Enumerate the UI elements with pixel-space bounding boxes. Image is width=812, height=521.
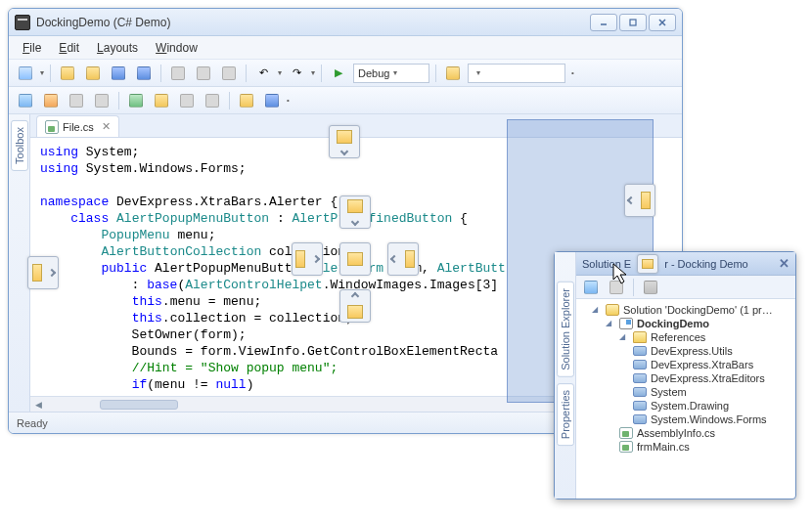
tree-label: DevExpress.XtraEditors	[651, 372, 765, 384]
tree-label: Solution 'DockingDemo' (1 pr…	[623, 304, 773, 316]
tool-btn-4[interactable]	[91, 90, 113, 111]
tree-label: References	[651, 331, 705, 343]
redo-button[interactable]: ↷	[286, 63, 307, 84]
dock-guide-in-title[interactable]	[637, 254, 658, 274]
cut-button[interactable]	[167, 63, 189, 84]
new-project-button[interactable]	[15, 63, 36, 84]
menu-layouts[interactable]: Layouts	[89, 38, 146, 58]
solution-icon	[606, 304, 619, 316]
float-tool-3[interactable]	[640, 277, 661, 298]
tree-label: System.Drawing	[651, 400, 729, 412]
toolbar-separator	[229, 92, 230, 109]
tool-btn-8[interactable]	[202, 90, 223, 111]
reference-icon	[633, 401, 647, 411]
save-button[interactable]	[108, 63, 129, 84]
float-title-left: Solution E	[582, 258, 631, 270]
toolbar-separator	[118, 92, 119, 109]
csharp-file-icon	[619, 427, 633, 439]
file-tab[interactable]: File.cs ✕	[36, 115, 119, 137]
tree-node-reference[interactable]: DevExpress.Utils	[633, 344, 793, 358]
tree-node-reference[interactable]: System	[633, 385, 793, 399]
tree-label: System.Windows.Forms	[651, 413, 767, 425]
reference-icon	[633, 373, 647, 383]
tool-btn-6[interactable]	[151, 90, 172, 111]
app-icon	[15, 15, 30, 30]
dock-guide-top[interactable]	[329, 125, 360, 158]
config-dropdown[interactable]: Debug▾	[353, 64, 429, 83]
tree-node-reference[interactable]: System.Windows.Forms	[633, 412, 793, 426]
menu-window[interactable]: Window	[148, 38, 205, 58]
reference-icon	[633, 346, 647, 356]
tree-node-file[interactable]: AssemblyInfo.cs	[619, 426, 793, 440]
float-title-right: r - Docking Demo	[664, 258, 748, 270]
float-tool-1[interactable]	[580, 277, 602, 298]
toolbar-separator	[246, 65, 247, 82]
add-item-button[interactable]	[57, 63, 78, 84]
open-button[interactable]	[82, 63, 104, 84]
menu-edit[interactable]: Edit	[51, 38, 87, 58]
tree-node-references[interactable]: References	[619, 330, 793, 344]
menubar: File Edit Layouts Window	[9, 36, 682, 60]
toolbar-separator	[321, 65, 322, 82]
tree-node-project[interactable]: DockingDemo	[606, 317, 793, 330]
tool-btn-5[interactable]	[125, 90, 147, 111]
toolbar-secondary: •	[9, 87, 682, 114]
tree-node-file[interactable]: frmMain.cs	[619, 440, 793, 454]
float-toolbar	[576, 276, 795, 299]
tree-node-solution[interactable]: Solution 'DockingDemo' (1 pr…	[592, 303, 793, 317]
search-dropdown[interactable]: ▾	[468, 64, 565, 83]
window-title: DockingDemo (C# Demo)	[36, 16, 170, 29]
float-tool-2[interactable]	[606, 277, 627, 298]
copy-button[interactable]	[193, 63, 214, 84]
dock-guide-right[interactable]	[624, 184, 655, 217]
maximize-button[interactable]	[619, 14, 647, 31]
menu-file[interactable]: File	[15, 38, 49, 58]
dock-guide-left[interactable]	[27, 256, 59, 289]
tree-node-reference[interactable]: DevExpress.XtraEditors	[633, 371, 793, 385]
file-tab-label: File.cs	[63, 121, 94, 133]
svg-rect-1	[630, 20, 636, 25]
minimize-button[interactable]	[590, 14, 617, 31]
close-button[interactable]	[649, 14, 676, 31]
dock-guide-cluster-bottom[interactable]	[339, 289, 371, 323]
dock-guide-cluster-right[interactable]	[387, 242, 419, 276]
tool-btn-10[interactable]	[261, 90, 283, 111]
tool-btn-1[interactable]	[15, 90, 36, 111]
properties-tab[interactable]: Properties	[557, 383, 574, 446]
tree-label: frmMain.cs	[637, 441, 690, 453]
config-dropdown-label: Debug	[358, 67, 389, 79]
tool-btn-3[interactable]	[66, 90, 87, 111]
toolbar-main: ▾ ↶▾ ↷▾ ▶ Debug▾ ▾ •	[9, 60, 682, 87]
find-button[interactable]	[442, 63, 464, 84]
toolbar-separator	[50, 65, 51, 82]
dock-guide-cluster-left[interactable]	[292, 242, 323, 276]
toolbox-tab[interactable]: Toolbox	[11, 120, 28, 171]
paste-button[interactable]	[218, 63, 240, 84]
dock-guide-cluster-center[interactable]	[339, 242, 371, 276]
tool-btn-2[interactable]	[40, 90, 62, 111]
solution-explorer-panel[interactable]: Solution Explorer Properties Solution E …	[554, 251, 796, 499]
save-all-button[interactable]	[133, 63, 155, 84]
scroll-left-icon[interactable]: ◀	[30, 398, 46, 412]
solution-tree[interactable]: Solution 'DockingDemo' (1 pr… DockingDem…	[576, 299, 795, 499]
tree-label: AssemblyInfo.cs	[637, 427, 715, 439]
window-controls	[590, 14, 676, 31]
dock-guide-cluster-top[interactable]	[339, 195, 371, 229]
tree-label: System	[651, 386, 687, 398]
undo-button[interactable]: ↶	[252, 63, 274, 84]
float-titlebar[interactable]: Solution E r - Docking Demo ✕	[576, 252, 795, 276]
tree-node-reference[interactable]: System.Drawing	[633, 399, 793, 412]
tool-btn-7[interactable]	[176, 90, 198, 111]
dock-guide-cluster	[292, 195, 419, 323]
toolbar-separator	[435, 65, 436, 82]
run-button[interactable]: ▶	[328, 63, 349, 84]
solution-explorer-tab[interactable]: Solution Explorer	[557, 282, 574, 377]
tree-node-reference[interactable]: DevExpress.XtraBars	[633, 358, 793, 371]
float-close-button[interactable]: ✕	[779, 256, 789, 271]
tree-label: DevExpress.Utils	[651, 345, 733, 357]
tool-btn-9[interactable]	[236, 90, 257, 111]
close-icon[interactable]: ✕	[102, 120, 111, 133]
csharp-file-icon	[45, 120, 59, 134]
scroll-thumb[interactable]	[100, 400, 178, 410]
reference-icon	[633, 360, 647, 369]
